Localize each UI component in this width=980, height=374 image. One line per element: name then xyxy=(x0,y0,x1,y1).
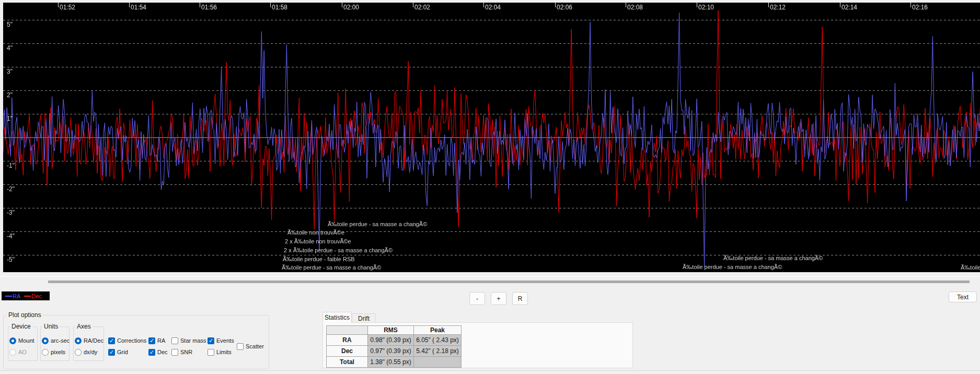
corrections-checkbox-label: Corrections xyxy=(117,337,146,344)
y-axis-label: 3" xyxy=(7,68,13,75)
x-axis-label: 02:02 xyxy=(414,4,430,11)
dec-peak-value: 5.42" ( 2.18 px) xyxy=(414,346,462,357)
plot-options-group: Plot options Device Mount AO Units arc-s… xyxy=(3,315,269,369)
x-axis-label: 01:58 xyxy=(272,4,287,11)
x-axis-label: 02:04 xyxy=(485,4,501,11)
pixels-radio-icon[interactable] xyxy=(42,349,49,356)
zoom-out-button[interactable]: - xyxy=(469,292,485,305)
radec-radio-icon[interactable] xyxy=(75,337,82,344)
snr-checkbox-label: SNR xyxy=(180,349,192,355)
dec-checkbox-label: Dec xyxy=(157,349,168,355)
y-axis-label: -2" xyxy=(7,185,15,193)
limits-checkbox-icon[interactable] xyxy=(207,349,214,356)
tab-drift[interactable]: Drift xyxy=(352,313,376,323)
legend-dec: Dec xyxy=(24,293,42,299)
checkbox-star-mass[interactable]: Star mass xyxy=(171,337,206,344)
y-axis-label: 4" xyxy=(7,44,13,52)
graph-legend: RA Dec xyxy=(2,291,50,300)
plot-options-title: Plot options xyxy=(7,311,43,319)
event-annotation: Ã‰toile perdue - sa masse a changÃ© xyxy=(328,221,427,227)
x-axis-label: 02:06 xyxy=(557,4,572,11)
grid-checkbox-icon[interactable] xyxy=(108,349,115,356)
dec-checkbox-icon[interactable] xyxy=(148,349,155,356)
star-mass-checkbox-icon[interactable] xyxy=(171,337,178,344)
checkbox-events[interactable]: Events xyxy=(207,337,234,344)
x-axis-label: 01:56 xyxy=(201,4,217,11)
legend-ra: RA xyxy=(5,293,20,299)
radio-arcsec[interactable]: arc-sec xyxy=(42,337,70,344)
dxdy-radio-icon[interactable] xyxy=(75,349,82,356)
legend-dec-label: Dec xyxy=(31,293,42,299)
grid-checkbox-label: Grid xyxy=(117,349,128,355)
ra-checkbox-label: RA xyxy=(157,337,165,344)
y-axis-label: 5" xyxy=(7,21,13,28)
bottom-strip xyxy=(0,370,980,374)
dec-rms-value: 0.97" (0.39 px) xyxy=(368,346,414,357)
text-button[interactable]: Text xyxy=(949,291,977,302)
events-checkbox-icon[interactable] xyxy=(207,337,214,344)
radio-mount[interactable]: Mount xyxy=(9,337,34,344)
y-axis-label: -3" xyxy=(7,209,15,216)
snr-checkbox-icon[interactable] xyxy=(171,349,178,356)
ao-radio-icon xyxy=(9,349,16,356)
event-annotation: Ã‰toile perdue - sa masse a changÃ© xyxy=(683,264,782,270)
events-checkbox-label: Events xyxy=(216,337,234,344)
ra-checkbox-icon[interactable] xyxy=(148,337,155,344)
scatter-checkbox-label: Scatter xyxy=(246,343,264,349)
x-axis-label: 02:12 xyxy=(770,4,786,11)
event-annotation: Ã‰toile perdue - faible RSB xyxy=(283,256,355,262)
event-annotation: 2 x Ã‰toile perdue - sa masse a changÃ© xyxy=(284,247,393,253)
scatter-checkbox-icon[interactable] xyxy=(237,343,244,350)
radio-dxdy[interactable]: dx/dy xyxy=(75,348,97,356)
axes-group-title: Axes xyxy=(75,323,93,330)
radio-pixels[interactable]: pixels xyxy=(42,348,65,356)
table-corner-cell xyxy=(327,326,368,335)
checkbox-scatter[interactable]: Scatter xyxy=(237,343,264,350)
rms-column-header: RMS xyxy=(368,326,414,335)
device-group-title: Device xyxy=(10,323,32,330)
tab-statistics[interactable]: Statistics xyxy=(322,312,352,323)
reset-button[interactable]: R xyxy=(512,292,528,305)
corrections-checkbox-icon[interactable] xyxy=(108,337,115,344)
y-axis-label: -1" xyxy=(7,162,15,169)
ra-row-label: RA xyxy=(327,335,368,346)
event-annotation: 2 x Ã‰toile non trouvÃ©e xyxy=(285,238,351,244)
table-header-row: RMS Peak xyxy=(327,326,462,335)
checkbox-grid[interactable]: Grid xyxy=(108,348,128,356)
checkbox-snr[interactable]: SNR xyxy=(171,348,192,356)
checkbox-limits[interactable]: Limits xyxy=(207,348,232,356)
checkbox-dec[interactable]: Dec xyxy=(148,348,168,356)
guide-graph-canvas xyxy=(3,3,980,272)
limits-checkbox-label: Limits xyxy=(216,349,232,355)
arcsec-radio-icon[interactable] xyxy=(42,337,49,344)
peak-column-header: Peak xyxy=(414,326,462,335)
dec-row-label: Dec xyxy=(327,346,368,357)
total-peak-value xyxy=(414,357,462,368)
dxdy-radio-label: dx/dy xyxy=(84,349,97,355)
ra-rms-value: 0.98" (0.39 px) xyxy=(368,335,414,346)
separator-line xyxy=(0,276,980,277)
mount-radio-icon[interactable] xyxy=(9,337,16,344)
statistics-panel: RMS Peak RA 0.98" (0.39 px) 6.05" ( 2.43… xyxy=(322,322,633,368)
ra-line-swatch xyxy=(5,296,12,297)
arcsec-radio-label: arc-sec xyxy=(51,337,70,344)
checkbox-ra[interactable]: RA xyxy=(148,337,165,344)
x-axis-label: 02:14 xyxy=(841,4,857,11)
units-group-title: Units xyxy=(42,323,60,330)
graph-scrollbar-thumb[interactable] xyxy=(48,280,970,283)
dec-line-swatch xyxy=(24,296,31,297)
table-row: Total 1.38" (0.55 px) xyxy=(327,357,462,368)
mount-radio-label: Mount xyxy=(18,337,34,344)
event-annotation: Ã‰toile perdue - sa masse a changÃ© xyxy=(282,264,381,271)
x-axis-label: 01:54 xyxy=(131,4,146,11)
event-annotation: Ã‰toile perdue - sa masse a changÃ© xyxy=(961,264,980,271)
radio-radec[interactable]: RA/Dec xyxy=(75,337,103,344)
phd2-graph-window: 01:5201:5401:5601:5802:0002:0202:0402:06… xyxy=(0,0,980,374)
event-annotation: Ã‰toile perdue - sa masse a changÃ© xyxy=(723,255,823,261)
total-row-label: Total xyxy=(327,357,368,368)
checkbox-corrections[interactable]: Corrections xyxy=(108,337,146,344)
table-row: Dec 0.97" (0.39 px) 5.42" ( 2.18 px) xyxy=(327,346,462,357)
zoom-in-button[interactable]: + xyxy=(491,292,506,305)
guide-graph-plot: 01:5201:5401:5601:5802:0002:0202:0402:06… xyxy=(3,3,980,272)
pixels-radio-label: pixels xyxy=(51,349,65,355)
